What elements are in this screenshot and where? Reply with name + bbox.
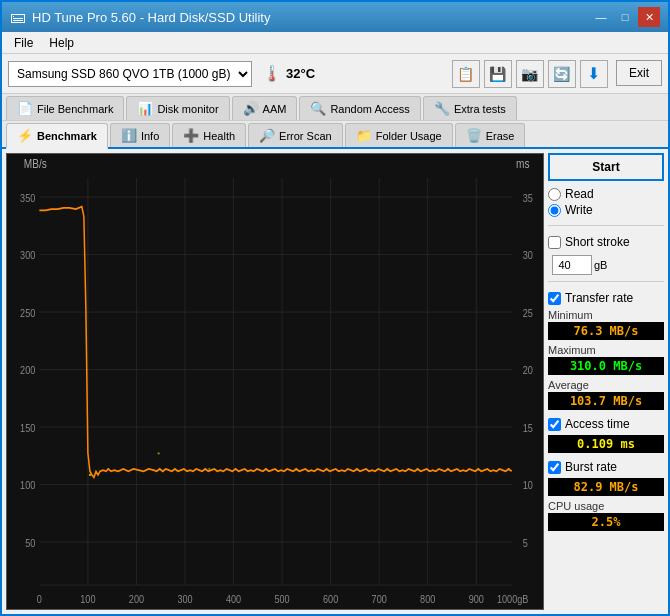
aam-icon: 🔊	[243, 101, 259, 116]
read-radio[interactable]	[548, 188, 561, 201]
tab-aam-label: AAM	[263, 103, 287, 115]
maximum-value: 310.0 MB/s	[548, 357, 664, 375]
tab-info[interactable]: ℹ️ Info	[110, 123, 170, 147]
divider-1	[548, 225, 664, 226]
minimum-stat: Minimum 76.3 MB/s	[548, 309, 664, 340]
svg-text:600: 600	[323, 593, 339, 605]
close-button[interactable]: ✕	[638, 7, 660, 27]
tab-erase-label: Erase	[486, 130, 515, 142]
access-time-checkbox[interactable]	[548, 418, 561, 431]
burst-rate-checkbox[interactable]	[548, 461, 561, 474]
menu-file[interactable]: File	[6, 34, 41, 52]
svg-text:0: 0	[37, 593, 42, 605]
access-time-value: 0.109 ms	[548, 435, 664, 453]
tab-folder-usage[interactable]: 📁 Folder Usage	[345, 123, 453, 147]
maximize-button[interactable]: □	[614, 7, 636, 27]
svg-text:MB/s: MB/s	[24, 158, 47, 171]
write-radio[interactable]	[548, 204, 561, 217]
chart-area: MB/s 350 300 250 200 150 100 50 ms 35 30…	[6, 153, 544, 610]
average-value: 103.7 MB/s	[548, 392, 664, 410]
minimum-label: Minimum	[548, 309, 664, 321]
tab-extra-tests[interactable]: 🔧 Extra tests	[423, 96, 517, 120]
tab-health[interactable]: ➕ Health	[172, 123, 246, 147]
read-radio-label[interactable]: Read	[548, 187, 664, 201]
tab-disk-monitor-label: Disk monitor	[157, 103, 218, 115]
top-nav-tabs: 📄 File Benchmark 📊 Disk monitor 🔊 AAM 🔍 …	[2, 94, 668, 121]
toolbar-btn-3[interactable]: 📷	[516, 60, 544, 88]
menubar: File Help	[2, 32, 668, 54]
svg-point-45	[89, 474, 91, 476]
tab-extra-tests-label: Extra tests	[454, 103, 506, 115]
toolbar-btn-5[interactable]: ⬇	[580, 60, 608, 88]
tab-file-benchmark-label: File Benchmark	[37, 103, 113, 115]
temperature-value: 32°C	[286, 66, 315, 81]
tab-error-scan-label: Error Scan	[279, 130, 332, 142]
tab-benchmark[interactable]: ⚡ Benchmark	[6, 123, 108, 149]
error-scan-icon: 🔎	[259, 128, 275, 143]
start-button[interactable]: Start	[548, 153, 664, 181]
short-stroke-label[interactable]: Short stroke	[548, 235, 664, 249]
short-stroke-text: Short stroke	[565, 235, 630, 249]
stroke-unit: gB	[594, 259, 607, 271]
toolbar-btn-1[interactable]: 📋	[452, 60, 480, 88]
svg-text:20: 20	[523, 365, 534, 377]
toolbar-btn-4[interactable]: 🔄	[548, 60, 576, 88]
access-time-checkbox-label[interactable]: Access time	[548, 417, 664, 431]
svg-text:250: 250	[20, 307, 36, 319]
bottom-nav-tabs: ⚡ Benchmark ℹ️ Info ➕ Health 🔎 Error Sca…	[2, 121, 668, 149]
svg-text:500: 500	[274, 593, 290, 605]
svg-text:350: 350	[20, 192, 36, 204]
right-panel: Start Read Write Short stroke gB	[548, 149, 668, 614]
toolbar-icons: 📋 💾 📷 🔄 ⬇ Exit	[452, 60, 662, 88]
burst-rate-stat: 82.9 MB/s	[548, 478, 664, 496]
main-content: MB/s 350 300 250 200 150 100 50 ms 35 30…	[2, 149, 668, 614]
tab-info-label: Info	[141, 130, 159, 142]
maximum-label: Maximum	[548, 344, 664, 356]
temperature-display: 🌡️ 32°C	[262, 64, 315, 83]
transfer-rate-text: Transfer rate	[565, 291, 633, 305]
access-time-stat: 0.109 ms	[548, 435, 664, 453]
svg-text:15: 15	[523, 422, 534, 434]
stroke-value-input[interactable]	[552, 255, 592, 275]
write-radio-label[interactable]: Write	[548, 203, 664, 217]
tab-file-benchmark[interactable]: 📄 File Benchmark	[6, 96, 124, 120]
svg-text:5: 5	[523, 537, 528, 549]
svg-text:1000gB: 1000gB	[497, 593, 529, 605]
svg-text:50: 50	[25, 537, 36, 549]
tab-aam[interactable]: 🔊 AAM	[232, 96, 298, 120]
window-controls: — □ ✕	[590, 7, 660, 27]
toolbar-btn-2[interactable]: 💾	[484, 60, 512, 88]
stroke-input-group: gB	[552, 255, 664, 275]
transfer-rate-checkbox-label[interactable]: Transfer rate	[548, 291, 664, 305]
burst-rate-value: 82.9 MB/s	[548, 478, 664, 496]
tab-random-access[interactable]: 🔍 Random Access	[299, 96, 420, 120]
thermometer-icon: 🌡️	[262, 64, 282, 83]
tab-health-label: Health	[203, 130, 235, 142]
extra-tests-icon: 🔧	[434, 101, 450, 116]
mode-radio-group: Read Write	[548, 185, 664, 219]
minimize-button[interactable]: —	[590, 7, 612, 27]
menu-help[interactable]: Help	[41, 34, 82, 52]
svg-text:25: 25	[523, 307, 534, 319]
maximum-stat: Maximum 310.0 MB/s	[548, 344, 664, 375]
window-title: HD Tune Pro 5.60 - Hard Disk/SSD Utility	[32, 10, 270, 25]
transfer-rate-checkbox[interactable]	[548, 292, 561, 305]
cpu-usage-stat: CPU usage 2.5%	[548, 500, 664, 531]
tab-error-scan[interactable]: 🔎 Error Scan	[248, 123, 343, 147]
svg-text:100: 100	[80, 593, 96, 605]
svg-text:200: 200	[129, 593, 145, 605]
svg-text:ms: ms	[516, 158, 530, 171]
tab-disk-monitor[interactable]: 📊 Disk monitor	[126, 96, 229, 120]
health-icon: ➕	[183, 128, 199, 143]
exit-button[interactable]: Exit	[616, 60, 662, 86]
main-window: 🖴 HD Tune Pro 5.60 - Hard Disk/SSD Utili…	[0, 0, 670, 616]
drive-selector[interactable]: Samsung SSD 860 QVO 1TB (1000 gB)	[8, 61, 252, 87]
average-label: Average	[548, 379, 664, 391]
random-access-icon: 🔍	[310, 101, 326, 116]
tab-erase[interactable]: 🗑️ Erase	[455, 123, 526, 147]
titlebar: 🖴 HD Tune Pro 5.60 - Hard Disk/SSD Utili…	[2, 2, 668, 32]
short-stroke-checkbox[interactable]	[548, 236, 561, 249]
svg-text:800: 800	[420, 593, 436, 605]
burst-rate-checkbox-label[interactable]: Burst rate	[548, 460, 664, 474]
svg-text:300: 300	[20, 250, 36, 262]
